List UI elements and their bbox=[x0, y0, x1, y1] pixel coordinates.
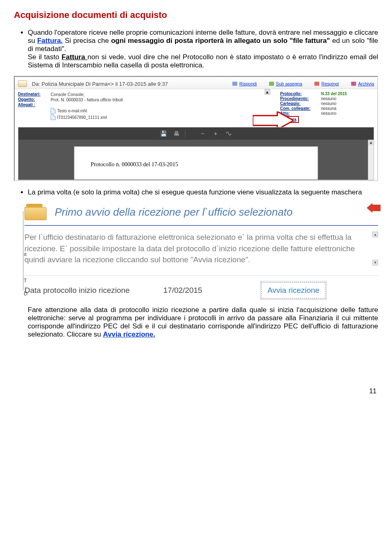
doc-icon bbox=[51, 108, 56, 114]
attachment-item[interactable]: Testo e-mail.mht bbox=[51, 107, 280, 114]
folder-icon bbox=[24, 203, 49, 221]
fattura-link[interactable]: Fattura. bbox=[37, 37, 62, 45]
email-from: Da: Polizia Municipale Di Parma<> il 17-… bbox=[32, 81, 232, 87]
zoom-out-icon[interactable]: − bbox=[198, 130, 207, 137]
attachment-name-0: Testo e-mail.mht bbox=[57, 109, 87, 113]
attachment-name-1: IT01234567890_11111.xml bbox=[57, 115, 107, 120]
value-protocollo: N.33 del 2015 bbox=[321, 91, 374, 96]
pdf-toolbar: 💾 🖶 − + bbox=[18, 127, 374, 140]
label-allegati[interactable]: Allegati : bbox=[18, 103, 51, 107]
archive-link[interactable]: Archivia bbox=[351, 81, 374, 86]
label-procedimento[interactable]: Procedimento: bbox=[280, 96, 321, 101]
reply-label: Rispondi bbox=[239, 81, 257, 86]
email-screenshot: Da: Polizia Municipale Di Parma<> il 17-… bbox=[14, 76, 378, 181]
p1-text-b: Si precisa che bbox=[63, 37, 111, 45]
separator bbox=[185, 130, 194, 137]
email-right-block: Protocollo:N.33 del 2015 Procedimento:ne… bbox=[280, 91, 374, 123]
value-carteggio: nessuno bbox=[321, 101, 374, 106]
paragraph-3: Fare attenzione alla data di protocollo … bbox=[28, 306, 378, 339]
label-protocollo[interactable]: Protocollo: bbox=[280, 91, 321, 96]
doc-icon bbox=[51, 114, 56, 120]
subassign-link[interactable]: Sub assegna bbox=[269, 81, 302, 86]
p1-text-d: Se il tasto bbox=[28, 53, 62, 61]
value-oggetto: Prot. N. 0000033 - fattura ufficio tribu… bbox=[51, 97, 123, 102]
fattura-underlined: Fattura bbox=[62, 53, 88, 61]
acrobat-icon[interactable] bbox=[224, 130, 233, 137]
reject-link[interactable]: Respingi bbox=[314, 81, 339, 86]
label-carteggio[interactable]: Carteggio: bbox=[280, 101, 321, 106]
label-destinatari: Destinatari: bbox=[18, 92, 51, 97]
scroll-up-icon[interactable]: ▲ bbox=[372, 232, 378, 237]
print-icon[interactable]: 🖶 bbox=[172, 130, 181, 137]
value-atto: nessuno bbox=[321, 111, 374, 116]
archive-label: Archivia bbox=[358, 81, 374, 86]
page-number: 11 bbox=[14, 388, 378, 395]
reply-link[interactable]: Rispondi bbox=[232, 81, 257, 86]
separator bbox=[24, 225, 378, 226]
pdf-viewer: 💾 🖶 − + Protocollo n. 0000033 del 17-03-… bbox=[18, 127, 374, 180]
scroll-up-icon[interactable]: ▲ bbox=[368, 140, 374, 145]
subassign-label: Sub assegna bbox=[276, 81, 302, 86]
value-destinatari: Console Console; bbox=[51, 92, 85, 97]
save-icon[interactable]: 💾 bbox=[159, 130, 168, 137]
envelope-icon bbox=[18, 80, 27, 87]
reject-label: Respingi bbox=[321, 81, 339, 86]
avvia-ricezione-link[interactable]: Avvia ricezione. bbox=[103, 330, 155, 338]
bullet-1: Quando l'operatore riceve nelle proprie … bbox=[28, 29, 378, 69]
section-title: Acquisizione documenti di acquisto bbox=[14, 10, 378, 20]
label-collegate[interactable]: Com. collegate: bbox=[280, 106, 321, 111]
date-label: Data protocollo inizio ricezione bbox=[24, 286, 155, 295]
scroll-up-icon[interactable]: ▲ bbox=[265, 89, 270, 95]
p3-text-a: Fare attenzione alla data di protocollo … bbox=[28, 306, 378, 338]
back-arrow-icon[interactable] bbox=[367, 203, 381, 214]
pdf-protocol-line: Protocollo n. 0000033 del 17-03-2015 bbox=[91, 161, 178, 167]
dialog-screenshot: ıtTD Primo avvio della ricezione per l`u… bbox=[24, 203, 378, 299]
attachment-item[interactable]: IT01234567890_11111.xml bbox=[51, 114, 280, 120]
separator bbox=[24, 275, 378, 276]
value-collegate: nessuna bbox=[321, 106, 374, 111]
date-value[interactable]: 17/02/2015 bbox=[163, 286, 253, 295]
dialog-title: Primo avvio della ricezione per l`uffici… bbox=[55, 206, 292, 219]
zoom-in-icon[interactable]: + bbox=[211, 130, 220, 137]
email-header: Da: Polizia Municipale Di Parma<> il 17-… bbox=[15, 79, 377, 89]
value-procedimento: nessuno bbox=[321, 96, 374, 101]
p1-bold-1: ogni messaggio di posta riporterà in all… bbox=[111, 37, 330, 45]
dialog-body: Per l`ufficio destinatario di fatturazio… bbox=[24, 232, 372, 265]
label-oggetto: Oggetto: bbox=[18, 97, 51, 102]
scroll-down-icon[interactable]: ▼ bbox=[372, 260, 378, 265]
email-left-block: Destinatari:Console Console; Oggetto:Pro… bbox=[18, 91, 280, 123]
bullet-2: La prima volta (e solo la prima volta) c… bbox=[28, 188, 378, 196]
avvia-ricezione-button[interactable]: Avvia ricezione bbox=[261, 282, 325, 299]
